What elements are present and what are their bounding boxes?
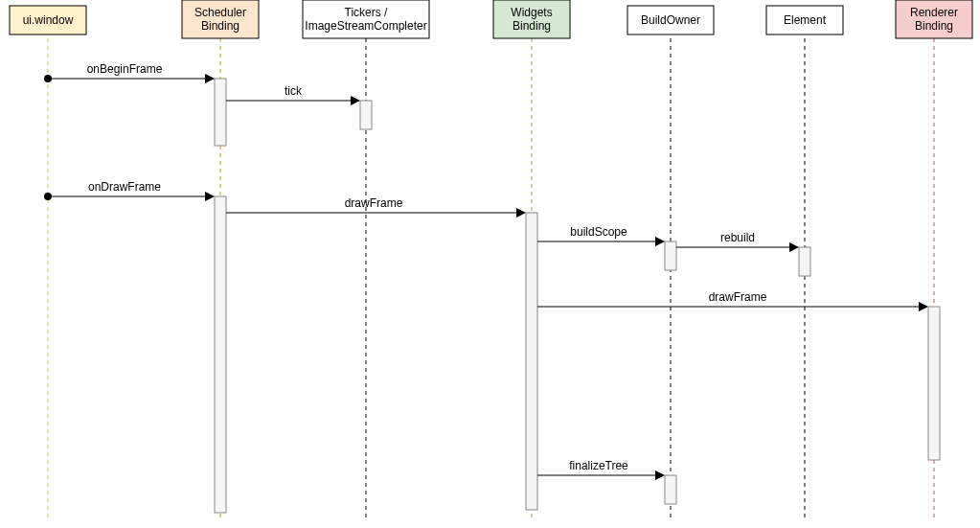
message-drawFrame-to-renderer: drawFrame (537, 290, 928, 311)
svg-text:finalizeTree: finalizeTree (569, 459, 628, 472)
svg-text:Binding: Binding (201, 19, 239, 33)
svg-text:Binding: Binding (915, 19, 953, 33)
participant-ui-window: ui.window (10, 6, 86, 34)
message-buildScope: buildScope (537, 225, 665, 246)
svg-text:Binding: Binding (513, 19, 551, 33)
message-rebuild: rebuild (676, 231, 799, 252)
activation-scheduler-1 (215, 79, 226, 146)
participant-element: Element (766, 6, 843, 34)
svg-marker-20 (205, 74, 215, 83)
svg-text:tick: tick (285, 84, 303, 98)
activation-scheduler-2 (215, 196, 226, 513)
participant-renderer-binding: Renderer Binding (896, 0, 972, 38)
svg-marker-36 (789, 242, 799, 252)
participant-tickers: Tickers / ImageStreamCompleter (303, 0, 429, 38)
activation-build-owner-1 (665, 241, 676, 270)
svg-text:BuildOwner: BuildOwner (641, 13, 700, 27)
message-tick: tick (226, 84, 360, 105)
svg-text:ImageStreamCompleter: ImageStreamCompleter (305, 19, 426, 33)
svg-text:drawFrame: drawFrame (709, 290, 767, 304)
svg-text:drawFrame: drawFrame (345, 196, 403, 210)
svg-marker-23 (351, 96, 360, 105)
svg-marker-30 (516, 208, 526, 218)
svg-text:onDrawFrame: onDrawFrame (88, 180, 161, 194)
message-onBeginFrame: onBeginFrame (44, 62, 215, 83)
activation-tickers (360, 101, 372, 129)
message-onDrawFrame: onDrawFrame (44, 180, 215, 201)
activation-element (799, 247, 810, 276)
activation-build-owner-2 (665, 475, 676, 504)
participant-scheduler-binding: Scheduler Binding (182, 0, 259, 38)
participant-build-owner: BuildOwner (627, 6, 714, 34)
svg-text:rebuild: rebuild (720, 231, 755, 244)
svg-marker-39 (919, 302, 928, 311)
svg-text:Renderer: Renderer (910, 6, 958, 19)
participant-widgets-binding: Widgets Binding (493, 0, 570, 38)
message-drawFrame-to-widgets: drawFrame (226, 196, 526, 218)
svg-text:Element: Element (784, 13, 827, 27)
svg-marker-27 (205, 192, 215, 201)
svg-marker-33 (655, 237, 665, 246)
svg-text:Tickers /: Tickers / (345, 6, 389, 19)
svg-text:ui.window: ui.window (23, 13, 74, 27)
message-finalizeTree: finalizeTree (537, 459, 665, 480)
svg-text:Scheduler: Scheduler (194, 6, 246, 19)
activation-renderer (928, 307, 940, 460)
svg-text:onBeginFrame: onBeginFrame (87, 62, 163, 76)
activation-widgets (526, 213, 537, 510)
svg-text:buildScope: buildScope (570, 225, 627, 239)
svg-marker-42 (655, 471, 665, 480)
svg-text:Widgets: Widgets (511, 6, 552, 19)
sequence-diagram: ui.window Scheduler Binding Tickers / Im… (0, 0, 980, 528)
